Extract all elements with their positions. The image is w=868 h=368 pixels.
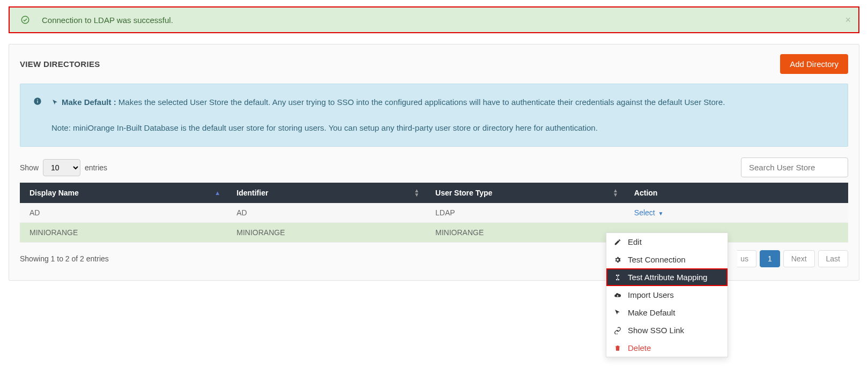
sort-asc-icon: ▲ (214, 191, 220, 195)
page-1[interactable]: 1 (760, 250, 780, 267)
gear-icon (614, 256, 622, 264)
pagination: us 1 Next Last (737, 250, 848, 267)
show-label: Show (20, 163, 39, 172)
edit-icon (614, 238, 622, 246)
mapping-icon (614, 274, 622, 281)
dropdown-test-attribute-mapping[interactable]: Test Attribute Mapping (606, 268, 728, 286)
info-text: Makes the selected User Store the defaul… (116, 97, 725, 107)
entries-label: entries (85, 163, 107, 172)
col-user-store-type[interactable]: User Store Type ▲▼ (426, 183, 625, 203)
alert-close-button[interactable]: × (845, 14, 851, 26)
cell-display: AD (20, 203, 227, 223)
success-alert: Connection to LDAP was successful. × (9, 6, 859, 33)
dropdown-import-users[interactable]: Import Users (606, 286, 728, 287)
cell-identifier: MINIORANGE (227, 223, 426, 243)
action-dropdown: Edit Test Connection Test Attribute Mapp… (606, 232, 728, 287)
cursor-icon (51, 97, 58, 110)
cell-display: MINIORANGE (20, 223, 227, 243)
page-next[interactable]: Next (783, 250, 815, 267)
check-circle-icon (20, 15, 30, 25)
dropdown-test-connection[interactable]: Test Connection (606, 251, 728, 268)
col-identifier[interactable]: Identifier ▲▼ (227, 183, 426, 203)
info-note: Note: miniOrange In-Built Database is th… (51, 122, 725, 134)
search-input[interactable] (741, 157, 848, 177)
cell-type: MINIORANGE (426, 223, 625, 243)
entries-select[interactable]: 10 (43, 159, 80, 176)
page-title: VIEW DIRECTORIES (20, 59, 100, 69)
page-prev-partial[interactable]: us (737, 250, 756, 267)
alert-message: Connection to LDAP was successful. (42, 16, 173, 25)
table-info: Showing 1 to 2 of 2 entries (20, 254, 109, 263)
svg-rect-3 (37, 99, 38, 100)
sort-icon: ▲▼ (414, 189, 419, 197)
svg-rect-2 (37, 101, 38, 103)
col-action: Action (625, 183, 848, 203)
caret-down-icon: ▼ (657, 211, 664, 216)
sort-icon: ▲▼ (613, 189, 618, 197)
table-row: AD AD LDAP Select ▼ (20, 203, 848, 223)
svg-point-0 (21, 16, 29, 24)
info-box: Make Default : Makes the selected User S… (20, 84, 848, 147)
info-icon (33, 97, 42, 134)
page-last[interactable]: Last (818, 250, 848, 267)
dropdown-edit[interactable]: Edit (606, 233, 728, 251)
info-bold-prefix: Make Default : (62, 97, 116, 107)
select-action-link[interactable]: Select ▼ (634, 208, 664, 217)
view-directories-card: VIEW DIRECTORIES Add Directory Make Defa… (9, 44, 859, 281)
add-directory-button[interactable]: Add Directory (780, 54, 848, 74)
col-display-name[interactable]: Display Name ▲ (20, 183, 227, 203)
cell-type: LDAP (426, 203, 625, 223)
cell-identifier: AD (227, 203, 426, 223)
